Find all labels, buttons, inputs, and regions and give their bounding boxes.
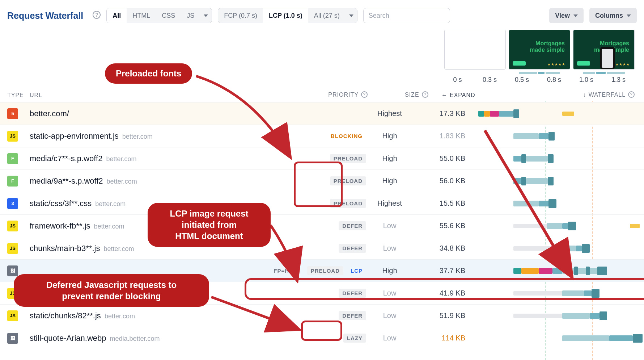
request-size: 1.83 KB [413, 132, 478, 140]
columns-dropdown[interactable]: Columns [589, 8, 637, 23]
filter-more[interactable] [200, 8, 212, 23]
request-url[interactable]: media/9a**-s.p.woff2better.com [30, 176, 283, 186]
col-size[interactable]: SIZE ? [376, 92, 441, 99]
filter-html[interactable]: HTML [127, 8, 156, 23]
filter-all[interactable]: All [107, 8, 127, 23]
request-priority: Low [366, 311, 413, 320]
view-dropdown[interactable]: View [549, 8, 584, 23]
column-headers: TYPE URL PRIORITY ? SIZE ? EXPAND WATERF… [0, 84, 644, 102]
tag-defer: DEFER [339, 221, 366, 230]
request-priority: Highest [366, 199, 413, 208]
request-size: 15.5 KB [413, 199, 478, 208]
col-type[interactable]: TYPE [7, 92, 30, 99]
tick-label: 0 s [441, 76, 474, 84]
timeline-ticks: 0 s 0.3 s 0.5 s 0.8 s 1.0 s 1.3 s [0, 74, 644, 84]
filmstrip-thumb[interactable]: Mortgagesmade simple ★★★★★ [573, 30, 635, 70]
chevron-down-icon [204, 14, 208, 17]
request-size: 17.3 KB [413, 109, 478, 118]
request-url[interactable]: static-app-environment.jsbetter.com [30, 131, 283, 141]
request-url[interactable]: media/c7**-s.p.woff2better.com [30, 154, 283, 163]
columns-label: Columns [595, 12, 623, 20]
request-url[interactable]: static/chunks/82**.jsbetter.com [30, 311, 283, 321]
waterfall-bar[interactable] [478, 311, 637, 320]
waterfall-bar[interactable] [478, 334, 637, 343]
help-icon[interactable]: ? [361, 91, 368, 98]
waterfall-bar[interactable] [478, 177, 637, 185]
tag-defer: DEFER [339, 244, 366, 253]
request-size: 55.6 KB [413, 222, 478, 230]
view-label: View [555, 12, 570, 20]
request-priority: Low [366, 222, 413, 230]
request-tags: FP=HIGHPRELOADLCP [283, 266, 366, 275]
chevron-down-icon [349, 14, 353, 17]
help-icon[interactable]: ? [93, 11, 101, 19]
request-priority: High [366, 154, 413, 163]
tick-label: 1.3 s [602, 76, 635, 84]
chevron-down-icon [627, 14, 631, 17]
waterfall-bar[interactable] [478, 244, 637, 253]
annotation-callout: LCP image request initiated from HTML do… [148, 203, 271, 247]
waterfall-bar[interactable] [478, 132, 637, 141]
waterfall-bar[interactable] [478, 267, 637, 275]
resource-type-filter: All HTML CSS JS [106, 8, 212, 23]
waterfall-bar[interactable] [478, 109, 637, 118]
tag-defer: DEFER [339, 311, 366, 320]
request-url[interactable]: still-quote-Arian.webpmedia.better.com [30, 334, 283, 343]
col-priority[interactable]: PRIORITY ? [283, 92, 376, 99]
col-url[interactable]: URL [30, 92, 283, 99]
request-priority: Highest [366, 109, 413, 118]
waterfall-bar[interactable] [478, 222, 637, 230]
help-icon[interactable]: ? [422, 91, 428, 98]
filmstrip-thumb[interactable] [444, 30, 506, 70]
request-tags: BLOCKING [283, 131, 366, 141]
request-table: 5better.com/Highest17.3 KBJSstatic-app-e… [0, 102, 644, 349]
annotation-highlight-box [301, 321, 342, 341]
tag-preload: PRELOAD [307, 266, 343, 275]
metric-filter-more[interactable] [346, 8, 357, 23]
toolbar: Request Waterfall ? All HTML CSS JS FCP … [0, 0, 644, 26]
annotation-callout: Preloaded fonts [105, 63, 192, 84]
search-input[interactable] [363, 8, 450, 23]
col-waterfall[interactable]: WATERFALL ? [488, 92, 637, 99]
waterfall-bar[interactable] [478, 154, 637, 163]
tag-blocking: BLOCKING [327, 131, 366, 141]
js-icon: JS [7, 310, 18, 321]
html-icon: 5 [7, 108, 18, 119]
filmstrip: Mortgagesmade simple ★★★★★ Mortgagesmade… [0, 26, 644, 74]
tick-label: 0.5 s [506, 76, 538, 84]
filmstrip-thumb[interactable]: Mortgagesmade simple ★★★★★ [509, 30, 570, 70]
filter-fcp[interactable]: FCP (0.7 s) [218, 8, 263, 23]
img-icon: 🖼 [7, 333, 18, 344]
filter-js[interactable]: JS [181, 8, 200, 23]
js-icon: JS [7, 221, 18, 231]
request-tags: DEFER [283, 221, 366, 230]
request-size: 34.8 KB [413, 244, 478, 252]
request-url[interactable]: better.com/ [30, 109, 283, 118]
filter-css[interactable]: CSS [156, 8, 181, 23]
request-priority: Low [366, 334, 413, 342]
tag-lazy: LAZY [343, 334, 366, 343]
metric-filter: FCP (0.7 s) LCP (1.0 s) All (27 s) [218, 8, 357, 23]
table-row[interactable]: JSchunks/main-b3**.jsbetter.comDEFERLow3… [0, 237, 644, 259]
table-row[interactable]: JSframework-fb**.jsbetter.comDEFERLow55.… [0, 214, 644, 237]
annotation-highlight-box [245, 278, 644, 300]
table-row[interactable]: 5better.com/Highest17.3 KB [0, 102, 644, 125]
font-icon: F [7, 153, 18, 164]
help-icon[interactable]: ? [628, 91, 635, 98]
filter-lcp[interactable]: LCP (1.0 s) [263, 8, 308, 23]
request-tags: DEFER [283, 311, 366, 320]
waterfall-bar[interactable] [478, 199, 637, 208]
annotation-highlight-box [294, 162, 343, 207]
request-priority: High [366, 132, 413, 140]
page-title: Request Waterfall [7, 11, 83, 21]
filter-all-time[interactable]: All (27 s) [308, 8, 346, 23]
annotation-callout: Deferred Javascript requests to prevent … [14, 274, 209, 307]
table-row[interactable]: JSstatic-app-environment.jsbetter.comBLO… [0, 125, 644, 147]
js-icon: JS [7, 131, 18, 142]
js-icon: JS [7, 243, 18, 254]
request-priority: High [366, 177, 413, 185]
tag-lcp: LCP [347, 266, 366, 275]
tick-label: 0.3 s [474, 76, 506, 84]
expand-button[interactable]: EXPAND [441, 92, 488, 99]
css-icon: 3 [7, 198, 18, 209]
